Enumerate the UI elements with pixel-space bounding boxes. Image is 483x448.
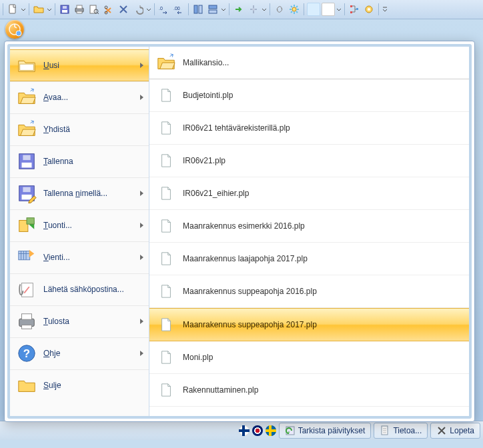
file-item[interactable]: Rakennuttaminen.plp	[149, 374, 469, 407]
tb-split-dd[interactable]	[262, 3, 267, 16]
quick-access-toolbar: .0 .00	[0, 0, 483, 19]
close-icon	[436, 425, 447, 436]
menu-save[interactable]: Tallenna	[10, 145, 149, 177]
tb-customize-dd[interactable]	[382, 3, 388, 16]
workspace: Uusi Avaa... Yhdistä	[0, 19, 483, 421]
flag-fi-icon[interactable]	[239, 425, 250, 436]
menu-help[interactable]: ? Ohje	[10, 337, 149, 369]
tb-link[interactable]	[273, 3, 286, 16]
menu-combine[interactable]: Yhdistä	[10, 113, 149, 145]
file-item[interactable]: IR06v21.plp	[149, 145, 469, 177]
tb-save[interactable]	[58, 3, 71, 16]
tb-grid2[interactable]	[206, 3, 219, 16]
menu-open[interactable]: Avaa...	[10, 81, 149, 113]
app-orb-button[interactable]	[5, 20, 24, 39]
tb-open-folder[interactable]	[32, 3, 45, 16]
tb-open-dd2[interactable]	[47, 3, 52, 16]
submenu-file-list[interactable]: Mallikansio...Budjetointi.plpIR06v21 teh…	[149, 47, 469, 416]
svg-rect-13	[194, 5, 197, 13]
page-icon	[156, 121, 176, 135]
menu-label: Tulosta	[43, 317, 140, 326]
flag-sv-icon[interactable]	[266, 425, 276, 436]
menu-label: Tallenna nimellä...	[43, 189, 140, 198]
tb-swatch-white[interactable]	[322, 3, 335, 16]
tb-swatch-light[interactable]	[307, 3, 320, 16]
file-item[interactable]: Maanrakennus suppeapohja 2017.plp	[149, 308, 469, 341]
btn-label: Tietoa...	[393, 426, 422, 435]
tb-print[interactable]	[73, 3, 86, 16]
menu-save-as[interactable]: Tallenna nimellä...	[10, 177, 149, 209]
file-item[interactable]: IR06v21 tehtävärekisterillä.plp	[149, 112, 469, 145]
svg-rect-2	[62, 10, 67, 13]
file-item-template-folder[interactable]: Mallikansio...	[149, 47, 469, 79]
tb-cut[interactable]	[102, 3, 115, 16]
tb-swatch-dd[interactable]	[336, 3, 342, 16]
file-label: Rakennuttaminen.plp	[183, 385, 258, 395]
svg-text:?: ?	[23, 347, 30, 360]
tb-delete[interactable]	[117, 3, 130, 16]
chevron-right-icon	[140, 319, 143, 324]
tb-grid-dd[interactable]	[221, 3, 226, 16]
tb-tree[interactable]	[348, 3, 361, 16]
export-icon	[17, 247, 37, 267]
tb-open-dd[interactable]	[21, 3, 26, 16]
app-menu-main-list: Uusi Avaa... Yhdistä	[10, 47, 149, 416]
tb-dec-less[interactable]: .0	[157, 3, 171, 16]
about-button[interactable]: Tietoa...	[374, 423, 428, 439]
menu-new[interactable]: Uusi	[10, 49, 149, 81]
quit-button[interactable]: Lopeta	[430, 423, 480, 439]
separator	[304, 3, 304, 15]
tb-go[interactable]	[232, 3, 246, 16]
file-item[interactable]: Budjetointi.plp	[149, 79, 469, 112]
tb-undo-dd[interactable]	[146, 3, 151, 16]
svg-point-23	[368, 8, 370, 11]
page-icon	[156, 350, 176, 365]
file-item[interactable]: Maanrakennus esimerkki 2016.plp	[149, 210, 469, 243]
file-item[interactable]: IR06v21_eihier.plp	[149, 177, 469, 210]
svg-rect-29	[23, 155, 30, 161]
info-page-icon	[380, 425, 390, 436]
tb-undo[interactable]	[131, 3, 145, 16]
tb-preview[interactable]	[87, 3, 101, 16]
menu-close[interactable]: Sulje	[10, 369, 149, 401]
separator	[188, 3, 189, 15]
svg-rect-28	[22, 163, 32, 168]
tb-new-page[interactable]	[6, 3, 19, 16]
menu-label: Lähetä sähköpostina...	[43, 285, 143, 294]
menu-export[interactable]: Vienti...	[10, 241, 149, 273]
tb-split[interactable]	[247, 3, 260, 16]
menu-import[interactable]: Tuonti...	[10, 209, 149, 241]
separator	[154, 3, 155, 15]
separator	[229, 3, 229, 15]
check-updates-button[interactable]: Tarkista päivitykset	[279, 423, 372, 439]
file-item[interactable]: Maanrakennus laajapohja 2017.plp	[149, 243, 469, 275]
page-icon	[156, 284, 176, 299]
svg-rect-38	[22, 314, 32, 319]
svg-rect-39	[22, 325, 32, 329]
btn-label: Tarkista päivitykset	[298, 426, 366, 435]
chevron-right-icon	[140, 191, 143, 196]
refresh-icon	[285, 425, 296, 436]
menu-email[interactable]: Lähetä sähköpostina...	[10, 273, 149, 305]
svg-rect-31	[22, 195, 32, 200]
tb-gear-star[interactable]	[288, 3, 301, 16]
svg-rect-6	[77, 11, 82, 13]
file-label: Maanrakennus laajapohja 2017.plp	[183, 254, 308, 263]
flag-en-icon[interactable]	[252, 425, 263, 436]
menu-print[interactable]: Tulosta	[10, 305, 149, 337]
svg-rect-19	[350, 5, 352, 7]
svg-rect-0	[9, 5, 15, 13]
tb-dec-more[interactable]: .00	[172, 3, 185, 16]
file-item[interactable]: Maanrakennus suppeapohja 2016.plp	[149, 275, 469, 308]
svg-rect-15	[209, 5, 217, 9]
folder-icon	[17, 55, 37, 75]
file-label: Maanrakennus esimerkki 2016.plp	[183, 221, 305, 231]
svg-point-25	[16, 31, 21, 36]
tb-options[interactable]	[362, 3, 376, 16]
tb-grid1[interactable]	[191, 3, 205, 16]
svg-text:.0: .0	[159, 6, 163, 11]
file-item[interactable]: Moni.plp	[149, 341, 469, 374]
svg-rect-14	[199, 5, 202, 13]
file-label: IR06v21.plp	[183, 156, 225, 165]
svg-rect-34	[27, 218, 34, 224]
